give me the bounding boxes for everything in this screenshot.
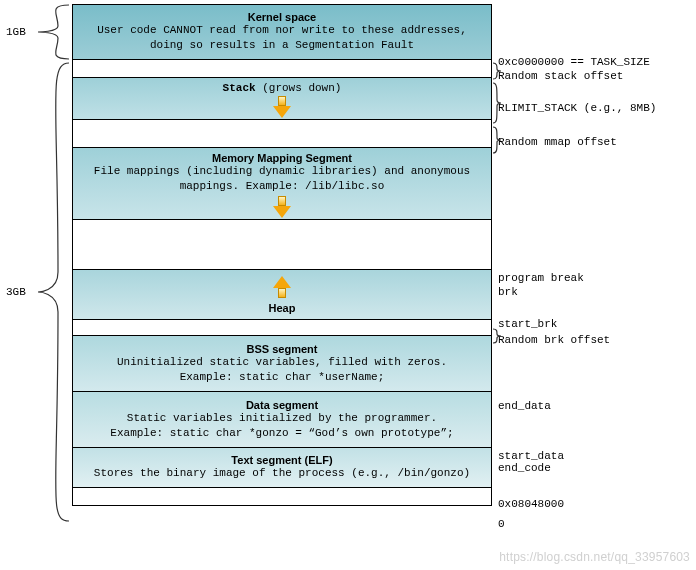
data-desc2: Example: static char *gonzo = “God’s own… <box>110 426 453 441</box>
segment-data: Data segment Static variables initialize… <box>72 392 492 448</box>
mmap-desc: File mappings (including dynamic librari… <box>81 164 483 194</box>
mmap-title: Memory Mapping Segment <box>212 152 352 164</box>
gap-bottom <box>72 488 492 506</box>
brace-right-icon <box>492 62 502 80</box>
segment-kernel: Kernel space User code CANNOT read from … <box>72 4 492 60</box>
stack-title-row: Stack (grows down) <box>223 82 342 94</box>
label-3gb: 3GB <box>6 286 26 298</box>
label-rlimit-stack: RLIMIT_STACK (e.g., 8MB) <box>498 102 656 114</box>
bss-desc1: Uninitialized static variables, filled w… <box>117 355 447 370</box>
label-end-code: end_code <box>498 462 551 474</box>
brace-right-icon <box>492 126 502 154</box>
label-random-brk: Random brk offset <box>498 334 610 346</box>
label-program-break: program break <box>498 272 584 284</box>
brace-right-icon <box>492 82 502 124</box>
label-random-mmap: Random mmap offset <box>498 136 617 148</box>
memory-layout-diagram: Kernel space User code CANNOT read from … <box>72 4 492 506</box>
heap-title: Heap <box>269 302 296 314</box>
text-title: Text segment (ELF) <box>231 454 332 466</box>
label-random-stack: Random stack offset <box>498 70 623 82</box>
label-zero: 0 <box>498 518 505 530</box>
label-brk: brk <box>498 286 518 298</box>
brace-left-icon <box>30 62 70 522</box>
label-end-data: end_data <box>498 400 551 412</box>
brace-left-icon <box>30 4 70 60</box>
stack-subtitle: (grows down) <box>256 82 342 94</box>
bss-title: BSS segment <box>247 343 318 355</box>
text-desc: Stores the binary image of the process (… <box>94 466 470 481</box>
label-start-data: start_data <box>498 450 564 462</box>
gap-brk-offset <box>72 320 492 336</box>
gap-stack-offset <box>72 60 492 78</box>
label-1gb: 1GB <box>6 26 26 38</box>
label-task-size: 0xc0000000 == TASK_SIZE <box>498 56 650 68</box>
brace-right-icon <box>492 328 502 344</box>
arrow-down-icon <box>273 96 291 115</box>
gap-heap-above <box>72 220 492 270</box>
label-start-brk: start_brk <box>498 318 557 330</box>
kernel-desc: User code CANNOT read from nor write to … <box>81 23 483 53</box>
data-desc1: Static variables initialized by the prog… <box>127 411 437 426</box>
watermark: https://blog.csdn.net/qq_33957603 <box>499 550 690 564</box>
stack-title: Stack <box>223 82 256 94</box>
kernel-title: Kernel space <box>248 11 316 23</box>
segment-bss: BSS segment Uninitialized static variabl… <box>72 336 492 392</box>
arrow-down-icon <box>273 196 291 215</box>
segment-text: Text segment (ELF) Stores the binary ima… <box>72 448 492 488</box>
segment-heap: Heap <box>72 270 492 320</box>
arrow-up-icon <box>273 276 291 298</box>
gap-mmap-offset <box>72 120 492 148</box>
segment-stack: Stack (grows down) <box>72 78 492 120</box>
segment-mmap: Memory Mapping Segment File mappings (in… <box>72 148 492 220</box>
bss-desc2: Example: static char *userName; <box>180 370 385 385</box>
label-addr-text: 0x08048000 <box>498 498 564 510</box>
data-title: Data segment <box>246 399 318 411</box>
